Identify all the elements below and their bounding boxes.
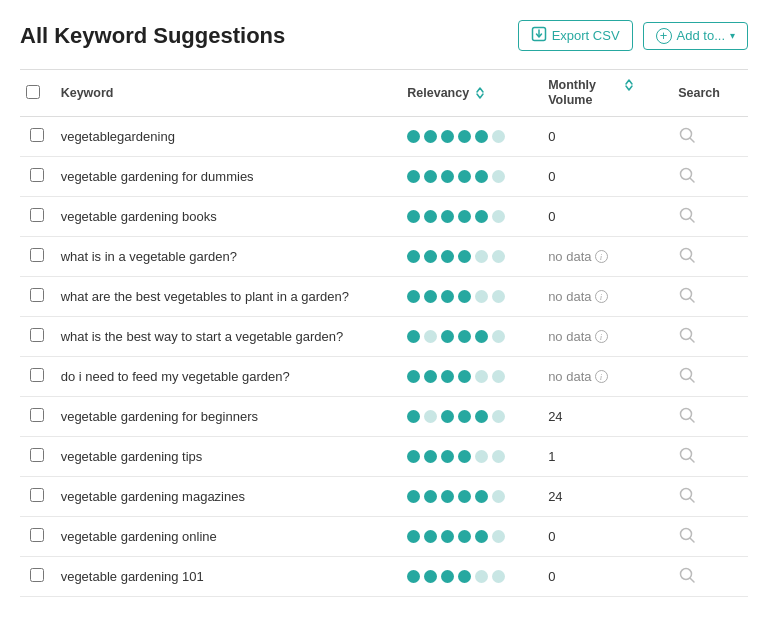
relevancy-dot	[475, 410, 488, 423]
row-checkbox[interactable]	[30, 568, 44, 582]
select-all-checkbox[interactable]	[26, 85, 40, 99]
relevancy-cell	[401, 317, 542, 357]
search-icon	[678, 526, 696, 544]
search-cell[interactable]	[672, 317, 748, 357]
keyword-cell: what is the best way to start a vegetabl…	[55, 317, 402, 357]
relevancy-column-header[interactable]: Relevancy	[401, 70, 542, 117]
export-csv-label: Export CSV	[552, 28, 620, 43]
relevancy-dot	[424, 330, 437, 343]
page-title: All Keyword Suggestions	[20, 23, 285, 49]
row-checkbox-cell[interactable]	[20, 317, 55, 357]
info-icon[interactable]: i	[595, 290, 608, 303]
relevancy-dot	[407, 410, 420, 423]
row-checkbox[interactable]	[30, 488, 44, 502]
relevancy-cell	[401, 397, 542, 437]
monthly-volume-cell: 0	[542, 117, 672, 157]
relevancy-dot	[407, 570, 420, 583]
row-checkbox-cell[interactable]	[20, 437, 55, 477]
relevancy-dot	[492, 210, 505, 223]
table-row: vegetable gardening for beginners24	[20, 397, 748, 437]
info-icon[interactable]: i	[595, 250, 608, 263]
relevancy-dot	[441, 370, 454, 383]
export-icon	[531, 26, 547, 45]
keyword-cell: vegetable gardening books	[55, 197, 402, 237]
row-checkbox[interactable]	[30, 368, 44, 382]
row-checkbox-cell[interactable]	[20, 397, 55, 437]
search-cell[interactable]	[672, 517, 748, 557]
relevancy-dot	[424, 290, 437, 303]
row-checkbox-cell[interactable]	[20, 357, 55, 397]
relevancy-dot	[407, 490, 420, 503]
relevancy-dot	[441, 450, 454, 463]
svg-line-21	[690, 498, 694, 502]
relevancy-dot	[441, 530, 454, 543]
row-checkbox[interactable]	[30, 328, 44, 342]
relevancy-dot	[492, 530, 505, 543]
monthly-value: 0	[548, 129, 555, 144]
no-data-label: no data i	[548, 329, 666, 344]
keyword-cell: what is in a vegetable garden?	[55, 237, 402, 277]
keyword-cell: vegetable gardening for dummies	[55, 157, 402, 197]
search-cell[interactable]	[672, 437, 748, 477]
relevancy-dot	[492, 450, 505, 463]
info-icon[interactable]: i	[595, 330, 608, 343]
info-icon[interactable]: i	[595, 370, 608, 383]
svg-line-5	[690, 178, 694, 182]
relevancy-cell	[401, 157, 542, 197]
row-checkbox[interactable]	[30, 528, 44, 542]
monthly-volume-cell: 0	[542, 197, 672, 237]
search-cell[interactable]	[672, 357, 748, 397]
row-checkbox[interactable]	[30, 248, 44, 262]
keyword-cell: do i need to feed my vegetable garden?	[55, 357, 402, 397]
keyword-cell: vegetable gardening for beginners	[55, 397, 402, 437]
row-checkbox[interactable]	[30, 168, 44, 182]
relevancy-dot	[424, 450, 437, 463]
relevancy-dot	[492, 410, 505, 423]
relevancy-dot	[458, 450, 471, 463]
row-checkbox-cell[interactable]	[20, 237, 55, 277]
relevancy-sort-icon[interactable]	[475, 86, 485, 100]
search-column-header: Search	[672, 70, 748, 117]
row-checkbox[interactable]	[30, 408, 44, 422]
search-cell[interactable]	[672, 157, 748, 197]
relevancy-dot	[475, 370, 488, 383]
row-checkbox-cell[interactable]	[20, 557, 55, 597]
svg-line-19	[690, 458, 694, 462]
table-row: vegetable gardening tips1	[20, 437, 748, 477]
search-icon	[678, 166, 696, 184]
search-cell[interactable]	[672, 277, 748, 317]
keywords-table: Keyword Relevancy	[20, 69, 748, 597]
svg-line-9	[690, 258, 694, 262]
row-checkbox-cell[interactable]	[20, 477, 55, 517]
search-cell[interactable]	[672, 237, 748, 277]
export-csv-button[interactable]: Export CSV	[518, 20, 633, 51]
search-icon	[678, 406, 696, 424]
select-all-header[interactable]	[20, 70, 55, 117]
search-cell[interactable]	[672, 477, 748, 517]
relevancy-dot	[492, 290, 505, 303]
add-icon: +	[656, 28, 672, 44]
search-cell[interactable]	[672, 197, 748, 237]
row-checkbox-cell[interactable]	[20, 117, 55, 157]
add-to-label: Add to...	[677, 28, 725, 43]
relevancy-dot	[441, 570, 454, 583]
search-cell[interactable]	[672, 397, 748, 437]
relevancy-dot	[407, 450, 420, 463]
add-to-button[interactable]: + Add to... ▾	[643, 22, 748, 50]
row-checkbox-cell[interactable]	[20, 277, 55, 317]
search-cell[interactable]	[672, 557, 748, 597]
relevancy-dot	[424, 370, 437, 383]
monthly-volume-column-header[interactable]: Monthly Volume	[542, 70, 672, 117]
row-checkbox-cell[interactable]	[20, 197, 55, 237]
row-checkbox[interactable]	[30, 128, 44, 142]
row-checkbox[interactable]	[30, 208, 44, 222]
row-checkbox[interactable]	[30, 288, 44, 302]
row-checkbox-cell[interactable]	[20, 517, 55, 557]
no-data-label: no data i	[548, 289, 666, 304]
search-cell[interactable]	[672, 117, 748, 157]
row-checkbox-cell[interactable]	[20, 157, 55, 197]
monthly-sort-icon[interactable]	[624, 78, 634, 92]
row-checkbox[interactable]	[30, 448, 44, 462]
relevancy-dot	[441, 250, 454, 263]
relevancy-dot	[407, 530, 420, 543]
